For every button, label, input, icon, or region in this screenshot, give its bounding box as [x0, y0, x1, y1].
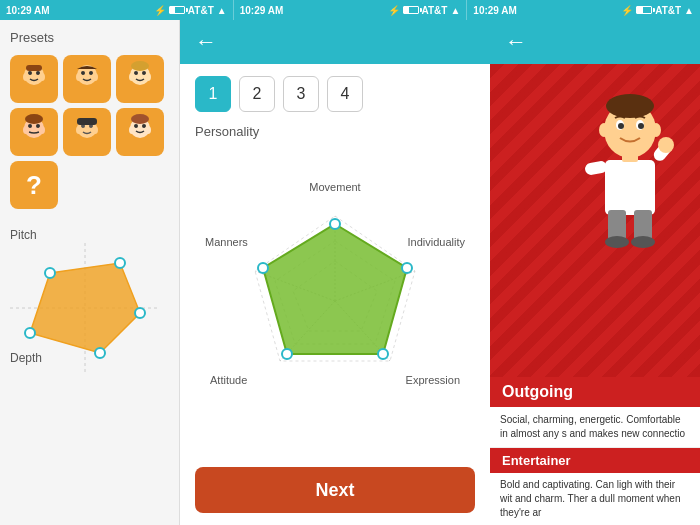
bluetooth-icon-mid: ⚡: [388, 5, 400, 16]
carrier-right: AT&T: [655, 5, 681, 16]
axis-movement: Movement: [309, 181, 360, 193]
svg-point-15: [129, 73, 135, 81]
svg-point-54: [282, 349, 292, 359]
svg-point-32: [131, 114, 149, 124]
preset-item-1[interactable]: [10, 55, 58, 103]
svg-point-69: [618, 123, 624, 129]
time-middle: 10:29 AM: [240, 5, 284, 16]
svg-point-14: [131, 61, 149, 71]
wifi-icon-right: ▲: [684, 5, 694, 16]
status-icons-middle: ⚡ AT&T ▲: [388, 5, 461, 16]
battery-icon-left: [169, 6, 185, 14]
svg-point-21: [23, 126, 29, 134]
svg-point-33: [129, 126, 135, 134]
pitch-label: Pitch: [10, 228, 37, 242]
status-bar: 10:29 AM ⚡ AT&T ▲ 10:29 AM ⚡ AT&T ▲ 10:2…: [0, 0, 700, 20]
svg-point-8: [89, 71, 93, 75]
step-2-button[interactable]: 2: [239, 76, 275, 112]
svg-rect-3: [26, 65, 42, 71]
svg-point-27: [76, 126, 82, 134]
mii-face-2: [69, 61, 105, 97]
question-mark: ?: [26, 170, 42, 201]
svg-point-39: [115, 258, 125, 268]
personality-section-label: Personality: [180, 120, 490, 143]
status-section-right: 10:29 AM ⚡ AT&T ▲: [466, 0, 700, 20]
svg-point-13: [142, 71, 146, 75]
svg-point-28: [92, 126, 98, 134]
middle-header: ←: [180, 20, 490, 64]
svg-point-55: [258, 263, 268, 273]
right-header: ←: [490, 20, 700, 64]
time-left: 10:29 AM: [6, 5, 50, 16]
carrier-mid: AT&T: [422, 5, 448, 16]
svg-point-10: [92, 73, 98, 81]
preset-item-2[interactable]: [63, 55, 111, 103]
svg-point-62: [605, 236, 629, 248]
svg-point-2: [36, 71, 40, 75]
svg-point-22: [39, 126, 45, 134]
personality-subtype: Entertainer: [490, 448, 700, 473]
left-panel: Presets: [0, 20, 180, 525]
depth-label: Depth: [10, 351, 42, 365]
carrier-left: AT&T: [188, 5, 214, 16]
main-content: Presets: [0, 20, 700, 525]
mii-character: [570, 70, 690, 220]
status-section-left: 10:29 AM ⚡ AT&T ▲: [0, 0, 233, 20]
svg-point-4: [23, 73, 29, 81]
svg-point-9: [76, 73, 82, 81]
svg-point-18: [28, 124, 32, 128]
svg-point-38: [45, 268, 55, 278]
svg-point-31: [142, 124, 146, 128]
right-back-button[interactable]: ←: [505, 29, 527, 55]
svg-point-19: [36, 124, 40, 128]
preset-item-5[interactable]: [63, 108, 111, 156]
svg-rect-60: [608, 210, 626, 240]
svg-point-20: [25, 114, 43, 124]
preset-item-4[interactable]: [10, 108, 58, 156]
bluetooth-icon-right: ⚡: [621, 5, 633, 16]
svg-point-5: [39, 73, 45, 81]
svg-rect-57: [584, 160, 608, 176]
svg-point-72: [651, 123, 661, 137]
next-button[interactable]: Next: [195, 467, 475, 513]
svg-point-53: [378, 349, 388, 359]
status-icons-right: ⚡ AT&T ▲: [621, 5, 694, 16]
personality-type: Outgoing: [490, 377, 700, 407]
presets-label: Presets: [10, 30, 169, 45]
radar-wrapper: Movement Individuality Expression Attitu…: [205, 181, 465, 421]
svg-point-59: [658, 137, 674, 153]
battery-icon-mid: [403, 6, 419, 14]
svg-point-41: [95, 348, 105, 358]
svg-rect-61: [634, 210, 652, 240]
status-icons-left: ⚡ AT&T ▲: [154, 5, 227, 16]
back-button[interactable]: ←: [195, 29, 217, 55]
mii-face-5: [69, 114, 105, 150]
svg-point-52: [402, 263, 412, 273]
svg-point-16: [145, 73, 151, 81]
radar-polygon: [263, 224, 407, 354]
svg-point-34: [145, 126, 151, 134]
svg-point-66: [606, 94, 654, 118]
step-1-button[interactable]: 1: [195, 76, 231, 112]
mii-face-3: [122, 61, 158, 97]
mii-character-svg: [570, 70, 690, 250]
svg-point-70: [638, 123, 644, 129]
svg-point-1: [28, 71, 32, 75]
step-3-button[interactable]: 3: [283, 76, 319, 112]
step-4-button[interactable]: 4: [327, 76, 363, 112]
radar-container: Movement Individuality Expression Attitu…: [180, 143, 490, 459]
svg-point-7: [81, 71, 85, 75]
personality-subdesc: Bold and captivating. Can ligh with thei…: [490, 473, 700, 525]
step-indicators: 1 2 3 4: [180, 64, 490, 120]
svg-point-51: [330, 219, 340, 229]
preset-question[interactable]: ?: [10, 161, 58, 209]
preset-item-6[interactable]: [116, 108, 164, 156]
mii-face-1: [16, 61, 52, 97]
svg-rect-26: [77, 118, 97, 125]
wifi-icon-mid: ▲: [450, 5, 460, 16]
personality-description: Social, charming, energetic. Comfortable…: [490, 407, 700, 448]
preset-item-3[interactable]: [116, 55, 164, 103]
status-section-middle: 10:29 AM ⚡ AT&T ▲: [233, 0, 467, 20]
svg-point-71: [599, 123, 609, 137]
svg-point-40: [135, 308, 145, 318]
